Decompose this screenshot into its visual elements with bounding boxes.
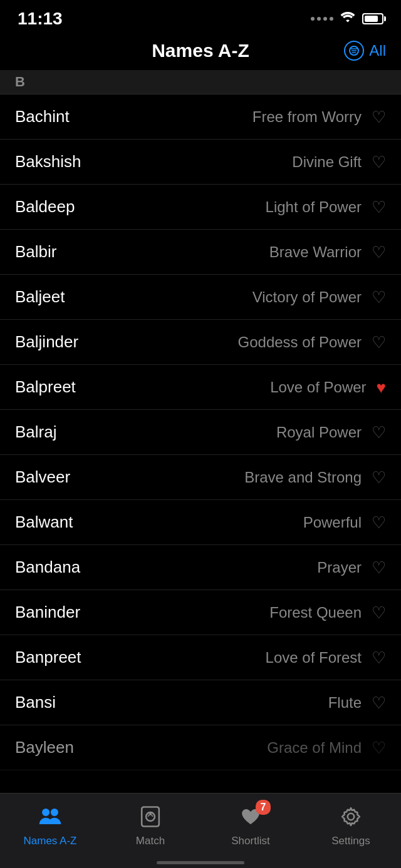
name-meaning: Royal Power (276, 424, 362, 441)
status-icons (311, 11, 383, 27)
tab-bar: Names A-Z Match 7 Shortlist (0, 793, 401, 868)
notch (137, 8, 237, 30)
name-label: Banpreet (15, 648, 81, 667)
svg-rect-6 (142, 807, 159, 826)
section-letter-b: B (0, 70, 401, 94)
settings-gear-icon (339, 805, 363, 829)
filter-label: All (369, 42, 386, 59)
battery-icon (362, 13, 383, 24)
heart-button[interactable]: ♡ (372, 424, 386, 441)
name-label: Balbir (15, 242, 56, 262)
tab-shortlist[interactable]: 7 Shortlist (200, 802, 301, 847)
name-meaning: Forest Queen (269, 604, 362, 621)
name-label: Balveer (15, 467, 70, 487)
name-list-item[interactable]: BalveerBrave and Strong♡ (0, 455, 401, 500)
heart-button[interactable]: ♡ (372, 199, 386, 215)
tab-names-az[interactable]: Names A-Z (0, 802, 100, 847)
svg-point-9 (348, 813, 354, 819)
shortlist-icon-wrap: 7 (234, 802, 267, 831)
filter-icon (344, 41, 364, 61)
tab-match[interactable]: Match (100, 802, 200, 847)
name-meaning: Prayer (317, 559, 362, 576)
home-indicator (157, 861, 244, 864)
heart-button[interactable]: ♡ (372, 605, 386, 621)
tab-names-label: Names A-Z (23, 835, 76, 847)
name-meaning: Love of Forest (266, 649, 362, 666)
name-label: Balwant (15, 513, 73, 532)
name-meaning: Grace of Mind (267, 739, 362, 757)
name-label: Bandana (15, 558, 80, 577)
heart-button[interactable]: ♥ (377, 379, 386, 396)
heart-button[interactable]: ♡ (372, 740, 386, 756)
status-bar: 11:13 (0, 0, 401, 34)
name-meaning: Brave and Strong (244, 469, 362, 486)
name-list-item[interactable]: BalrajRoyal Power♡ (0, 410, 401, 455)
heart-button[interactable]: ♡ (372, 289, 386, 305)
name-list-item[interactable]: BaljeetVictory of Power♡ (0, 275, 401, 320)
name-list-item[interactable]: BanpreetLove of Forest♡ (0, 635, 401, 680)
page-header: Names A-Z All (0, 34, 401, 70)
name-meaning: Free from Worry (253, 108, 362, 126)
name-meaning: Brave Warrior (269, 243, 362, 261)
tab-settings[interactable]: Settings (301, 802, 401, 847)
heart-button[interactable]: ♡ (372, 559, 386, 576)
tab-settings-label: Settings (331, 835, 370, 847)
names-az-icon-wrap (34, 802, 66, 831)
heart-button[interactable]: ♡ (372, 154, 386, 170)
name-label: Balraj (15, 422, 56, 442)
svg-point-4 (42, 809, 49, 816)
heart-button[interactable]: ♡ (372, 514, 386, 531)
settings-icon-wrap (335, 802, 367, 831)
name-list-item[interactable]: BaninderForest Queen♡ (0, 590, 401, 635)
name-meaning: Love of Power (270, 379, 366, 396)
name-list-item[interactable]: BaljinderGoddess of Power♡ (0, 320, 401, 365)
name-meaning: Victory of Power (253, 288, 362, 306)
name-meaning: Goddess of Power (238, 334, 362, 351)
name-label: Bakshish (15, 152, 81, 171)
name-meaning: Powerful (303, 514, 362, 531)
heart-button[interactable]: ♡ (372, 650, 386, 666)
heart-button[interactable]: ♡ (372, 109, 386, 125)
name-meaning: Divine Gift (292, 153, 362, 171)
heart-button[interactable]: ♡ (372, 334, 386, 350)
name-label: Baljinder (15, 332, 78, 352)
name-label: Bansi (15, 693, 56, 712)
name-meaning: Flute (328, 694, 362, 712)
heart-button[interactable]: ♡ (372, 244, 386, 260)
name-list-item[interactable]: BayleenGrace of Mind♡ (0, 725, 401, 770)
name-list-item[interactable]: BansiFlute♡ (0, 680, 401, 725)
svg-point-5 (51, 809, 58, 816)
people-icon (38, 805, 62, 829)
status-time: 11:13 (18, 9, 63, 29)
name-list-item[interactable]: BakshishDivine Gift♡ (0, 140, 401, 185)
wifi-icon (340, 11, 356, 27)
match-icon-wrap (134, 802, 167, 831)
name-list-item[interactable]: BalbirBrave Warrior♡ (0, 230, 401, 275)
match-icon (138, 805, 162, 829)
filter-button[interactable]: All (344, 41, 386, 61)
name-meaning: Light of Power (266, 198, 362, 216)
shortlist-badge: 7 (256, 800, 271, 815)
name-label: Bayleen (15, 738, 74, 757)
page-title: Names A-Z (152, 40, 249, 61)
name-list-item[interactable]: BaldeepLight of Power♡ (0, 185, 401, 230)
heart-button[interactable]: ♡ (372, 469, 386, 486)
name-list: BachintFree from Worry♡BakshishDivine Gi… (0, 94, 401, 770)
name-list-item[interactable]: BachintFree from Worry♡ (0, 94, 401, 140)
signal-dots (311, 17, 333, 21)
name-label: Balpreet (15, 377, 76, 397)
name-label: Bachint (15, 107, 70, 126)
name-label: Baninder (15, 603, 80, 622)
name-list-item[interactable]: BalpreetLove of Power♥ (0, 365, 401, 410)
tab-shortlist-label: Shortlist (231, 835, 269, 847)
heart-button[interactable]: ♡ (372, 695, 386, 711)
name-label: Baljeet (15, 287, 65, 307)
tab-match-label: Match (136, 835, 165, 847)
name-list-item[interactable]: BalwantPowerful♡ (0, 500, 401, 545)
name-list-item[interactable]: BandanaPrayer♡ (0, 545, 401, 590)
svg-point-8 (149, 812, 151, 814)
name-label: Baldeep (15, 197, 75, 217)
